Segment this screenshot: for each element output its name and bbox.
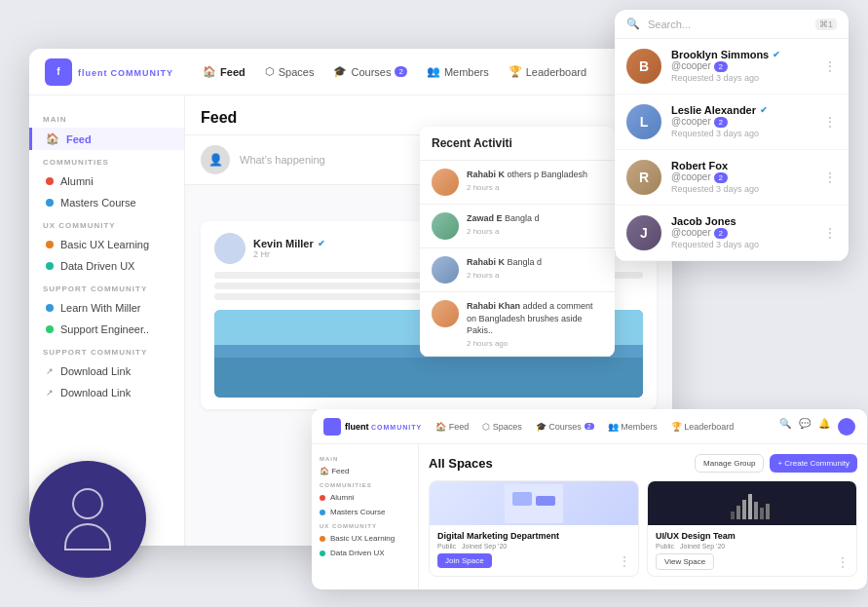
digital-more-icon[interactable]: ⋮ — [619, 554, 630, 568]
create-community-button[interactable]: + Create Community — [770, 454, 857, 473]
spaces-sidebar-main-label: MAIN — [312, 452, 418, 464]
digital-visibility: Public — [437, 543, 456, 550]
sidebar-item-feed[interactable]: 🏠 Feed — [29, 128, 184, 150]
spaces-title: All Spaces — [429, 456, 493, 471]
nav-courses[interactable]: 🎓 Courses 2 — [333, 65, 406, 78]
spaces-sidebar-ux-label: UX COMMUNITY — [312, 519, 418, 531]
sidebar-item-alumni[interactable]: Alumni — [29, 171, 184, 192]
notif-badge-leslie: 2 — [714, 117, 728, 128]
support-eng-dot — [46, 325, 54, 333]
notif-info-jacob: Jacob Jones @cooper 2 Requested 3 days a… — [671, 215, 813, 249]
nav-leaderboard[interactable]: 🏆 Leaderboard — [509, 65, 586, 78]
more-options-leslie[interactable]: ⋮ — [823, 114, 837, 130]
sidebar-item-masters[interactable]: Masters Course — [29, 192, 184, 213]
alumni-dot-sm — [320, 495, 325, 501]
svg-rect-6 — [742, 500, 746, 519]
manage-group-button[interactable]: Manage Group — [695, 454, 764, 473]
search-bar: 🔍 Search... ⌘1 — [615, 10, 849, 39]
arrow-icon-2: ↗ — [46, 388, 54, 398]
avatar-person-graphic — [64, 488, 111, 550]
spaces-nav-spaces[interactable]: ⬡ Spaces — [482, 422, 522, 432]
search-input[interactable]: Search... — [648, 19, 808, 30]
spaces-sidebar-alumni[interactable]: Alumni — [312, 490, 418, 505]
spaces-sidebar-masters[interactable]: Masters Course — [312, 505, 418, 519]
spaces-sidebar-communities-label: COMMUNITIES — [312, 478, 418, 490]
nav-feed[interactable]: 🏠 Feed — [203, 65, 245, 78]
sidebar-item-download-2[interactable]: ↗ Download Link — [29, 382, 184, 403]
ux-basic-label: Basic UX Learning — [60, 239, 149, 250]
spaces-title-row: All Spaces Manage Group + Create Communi… — [429, 454, 857, 473]
sidebar-section-support1: SUPPORT COMMUNITY — [29, 277, 184, 297]
compose-avatar: 👤 — [201, 145, 230, 174]
sidebar-item-support-eng[interactable]: Support Engineer.. — [29, 319, 184, 340]
notif-item-robert[interactable]: R Robert Fox @cooper 2 Requested 3 days … — [615, 150, 849, 206]
sidebar-item-ux-basic[interactable]: Basic UX Learning — [29, 234, 184, 255]
notif-item-jacob[interactable]: J Jacob Jones @cooper 2 Requested 3 days… — [615, 206, 849, 261]
space-card-uiux-img — [648, 481, 856, 525]
spaces-sidebar-data-driven[interactable]: Data Driven UX — [312, 546, 418, 560]
avatar-body — [64, 523, 111, 550]
activity-time-2: 2 hours a — [467, 227, 540, 236]
view-space-button[interactable]: View Space — [656, 553, 714, 570]
notif-item-leslie[interactable]: L Leslie Alexander ✔ @cooper 2 Requested… — [615, 95, 849, 150]
sidebar-item-learn-miller[interactable]: Learn With Miller — [29, 297, 184, 319]
courses-badge: 2 — [395, 66, 406, 77]
notif-sub-leslie: Requested 3 days ago — [671, 129, 813, 138]
sidebar-item-download-1[interactable]: ↗ Download Link — [29, 360, 184, 382]
notif-name-brooklyn: Brooklyn Simmons ✔ — [671, 49, 813, 60]
sidebar-feed-label: Feed — [66, 133, 92, 145]
main-nav: f fluent COMMUNITY 🏠 Feed ⬡ Spaces 🎓 Cou… — [29, 49, 672, 95]
notif-info-leslie: Leslie Alexander ✔ @cooper 2 Requested 3… — [671, 104, 813, 138]
spaces-bell-icon[interactable]: 🔔 — [818, 418, 830, 436]
activities-panel: Recent Activiti Rahabi K others p Bangla… — [420, 127, 615, 357]
spaces-user-avatar[interactable] — [838, 418, 855, 436]
svg-rect-10 — [766, 504, 770, 519]
nav-members[interactable]: 👥 Members — [427, 65, 489, 78]
data-driven-label: Data Driven UX — [60, 260, 134, 272]
spaces-nav-feed[interactable]: 🏠 Feed — [435, 422, 469, 432]
logo-icon: f — [45, 58, 72, 86]
activity-item-2: Zawad E Bangla d 2 hours a — [420, 205, 615, 248]
notif-info-brooklyn: Brooklyn Simmons ✔ @cooper 2 Requested 3… — [671, 49, 813, 83]
notif-badge-jacob: 2 — [714, 228, 728, 239]
spaces-sidebar-feed[interactable]: 🏠 Feed — [312, 464, 418, 478]
more-options-robert[interactable]: ⋮ — [823, 170, 837, 185]
more-options-brooklyn[interactable]: ⋮ — [823, 58, 837, 74]
notif-handle-jacob: @cooper 2 — [671, 227, 813, 238]
svg-rect-9 — [760, 508, 764, 519]
spaces-nav-members[interactable]: 👥 Members — [608, 422, 658, 432]
spaces-sidebar-ux-basic[interactable]: Basic UX Learning — [312, 531, 418, 546]
space-card-digital-actions: Join Space ⋮ — [437, 553, 630, 568]
activity-item-3: Rahabi K Bangla d 2 hours a — [420, 248, 615, 292]
masters-label: Masters Course — [60, 197, 136, 209]
spaces-search-icon[interactable]: 🔍 — [779, 418, 791, 436]
more-options-jacob[interactable]: ⋮ — [823, 225, 837, 241]
notif-avatar-jacob: J — [626, 215, 661, 250]
spaces-nav-leaderboard[interactable]: 🏆 Leaderboard — [671, 422, 735, 432]
notif-item-brooklyn[interactable]: B Brooklyn Simmons ✔ @cooper 2 Requested… — [615, 39, 849, 95]
home-icon: 🏠 — [46, 133, 59, 145]
svg-rect-4 — [731, 512, 735, 519]
spaces-nav-icons: 🔍 💬 🔔 — [779, 418, 855, 436]
uiux-more-icon[interactable]: ⋮ — [837, 555, 849, 569]
activity-avatar-3 — [432, 256, 459, 284]
sidebar-item-data-driven[interactable]: Data Driven UX — [29, 255, 184, 277]
join-space-button[interactable]: Join Space — [437, 553, 492, 568]
notif-sub-brooklyn: Requested 3 days ago — [671, 73, 813, 83]
spaces-nav-courses[interactable]: 🎓 Courses 2 — [536, 422, 594, 432]
activity-text-4: Rahabi Khan added a comment on Banglades… — [467, 300, 603, 337]
data-driven-dot — [46, 262, 54, 270]
learn-miller-label: Learn With Miller — [60, 302, 141, 314]
nav-spaces[interactable]: ⬡ Spaces — [265, 65, 315, 78]
spaces-action-btns: Manage Group + Create Community — [695, 454, 857, 473]
svg-rect-5 — [736, 506, 740, 519]
user-avatar-circle[interactable] — [29, 461, 146, 578]
activity-avatar-1 — [432, 169, 459, 196]
spaces-body: MAIN 🏠 Feed COMMUNITIES Alumni Masters C… — [312, 444, 867, 589]
spaces-chat-icon[interactable]: 💬 — [799, 418, 811, 436]
space-card-digital-img — [430, 481, 638, 525]
spaces-logo: fluent COMMUNITY — [323, 418, 422, 436]
space-card-uiux-title: UI/UX Design Team — [656, 531, 849, 541]
space-card-digital-title: Digital Marketing Department — [437, 531, 630, 541]
activity-content-1: Rahabi K others p Bangladesh 2 hours a — [467, 169, 587, 196]
